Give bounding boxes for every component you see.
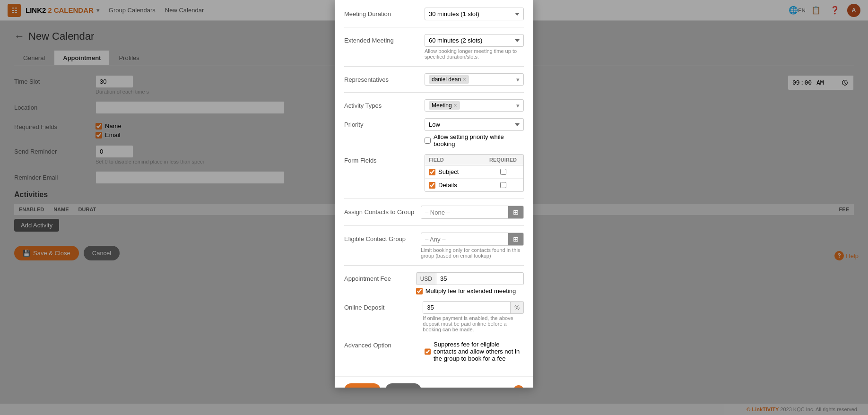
- form-fields-row: Form Fields FIELD REQUIRED Subject: [344, 154, 524, 192]
- deposit-hint: If online payment is enabled, the above …: [423, 315, 524, 332]
- deposit-input-row: %: [423, 301, 524, 314]
- priority-select[interactable]: Low: [425, 118, 524, 131]
- modal-overlay: Meeting Duration 30 minutes (1 slot) Ext…: [0, 0, 868, 415]
- eligible-group-value: ⊞ Limit booking only for contacts found …: [421, 233, 524, 259]
- fee-currency: USD: [417, 273, 436, 285]
- divider-1: [344, 27, 524, 27]
- meeting-duration-row: Meeting Duration 30 minutes (1 slot): [344, 8, 524, 20]
- extended-meeting-row: Extended Meeting 60 minutes (2 slots) Al…: [344, 34, 524, 60]
- assign-contacts-label: Assign Contacts to Group: [344, 206, 416, 216]
- priority-value: Low Allow setting priority while booking: [425, 118, 524, 147]
- divider-2: [344, 66, 524, 67]
- advanced-option-label: Advanced Option: [344, 339, 420, 349]
- priority-row: Priority Low Allow setting priority whil…: [344, 118, 524, 147]
- assign-contacts-row: Assign Contacts to Group ⊞: [344, 206, 524, 219]
- details-checkbox[interactable]: [429, 182, 435, 189]
- divider-6: [344, 265, 524, 266]
- eligible-group-row: Eligible Contact Group ⊞ Limit booking o…: [344, 233, 524, 259]
- col-required-header: REQUIRED: [486, 157, 520, 163]
- meeting-duration-select[interactable]: 30 minutes (1 slot): [425, 8, 524, 20]
- representative-tag: daniel dean ×: [429, 75, 469, 84]
- deposit-input[interactable]: [423, 302, 510, 313]
- form-fields-value: FIELD REQUIRED Subject: [425, 154, 524, 192]
- online-deposit-label: Online Deposit: [344, 301, 418, 311]
- representatives-label: Representatives: [344, 73, 420, 83]
- assign-contacts-input[interactable]: [421, 207, 508, 218]
- eligible-group-input[interactable]: [421, 233, 508, 245]
- representatives-dropdown-icon[interactable]: ▾: [516, 76, 520, 83]
- priority-allow-checkbox[interactable]: [425, 138, 431, 144]
- fee-input-row: USD: [416, 272, 524, 285]
- online-deposit-row: Online Deposit % If online payment is en…: [344, 301, 524, 332]
- representatives-row: Representatives daniel dean × ▾: [344, 73, 524, 86]
- eligible-group-label: Eligible Contact Group: [344, 233, 416, 242]
- modal-help-icon[interactable]: ?: [513, 385, 524, 388]
- advanced-option-text: Suppress fee for eligible contacts and a…: [434, 341, 524, 362]
- eligible-group-hint: Limit booking only for contacts found in…: [421, 247, 524, 259]
- extended-meeting-label: Extended Meeting: [344, 34, 420, 44]
- form-fields-label: Form Fields: [344, 154, 420, 164]
- activity-types-value: Meeting × ▾: [425, 99, 524, 112]
- divider-5: [344, 225, 524, 226]
- appointment-fee-label: Appointment Fee: [344, 272, 411, 282]
- priority-allow-row: Allow setting priority while booking: [425, 133, 524, 147]
- advanced-option-checkbox[interactable]: [425, 348, 431, 355]
- activity-types-label: Activity Types: [344, 99, 420, 109]
- priority-allow-label: Allow setting priority while booking: [434, 133, 524, 147]
- appointment-fee-value: USD Multiply fee for extended meeting: [416, 272, 524, 294]
- eligible-group-btn[interactable]: ⊞: [508, 233, 523, 245]
- advanced-option-checkbox-row: Suppress fee for eligible contacts and a…: [425, 341, 524, 362]
- fee-amount-input[interactable]: [436, 273, 523, 285]
- form-fields-table: FIELD REQUIRED Subject: [425, 154, 524, 192]
- form-fields-header: FIELD REQUIRED: [425, 155, 523, 165]
- details-label: Details: [438, 182, 457, 189]
- form-field-details-row: Details: [425, 179, 523, 191]
- representatives-value: daniel dean × ▾: [425, 73, 524, 86]
- divider-3: [344, 92, 524, 93]
- priority-label: Priority: [344, 118, 420, 128]
- advanced-option-value: Suppress fee for eligible contacts and a…: [425, 339, 524, 362]
- eligible-group-input-row: ⊞: [421, 233, 524, 246]
- multiply-fee-checkbox[interactable]: [416, 288, 423, 294]
- form-field-subject-row: Subject: [425, 165, 523, 179]
- details-required-checkbox[interactable]: [500, 182, 506, 188]
- meeting-duration-label: Meeting Duration: [344, 8, 420, 17]
- deposit-percent-icon: %: [510, 302, 523, 313]
- online-deposit-value: % If online payment is enabled, the abov…: [423, 301, 524, 332]
- extended-meeting-value: 60 minutes (2 slots) Allow booking longe…: [425, 34, 524, 60]
- extended-meeting-select[interactable]: 60 minutes (2 slots): [425, 34, 524, 47]
- representatives-tag-input[interactable]: daniel dean × ▾: [425, 73, 524, 86]
- appointment-fee-row: Appointment Fee USD Multiply fee for ext…: [344, 272, 524, 294]
- modal-dialog: Meeting Duration 30 minutes (1 slot) Ext…: [335, 0, 533, 388]
- subject-label: Subject: [438, 168, 459, 175]
- assign-contacts-input-row: ⊞: [421, 206, 524, 219]
- activity-types-dropdown-icon[interactable]: ▾: [516, 102, 520, 109]
- meeting-duration-value: 30 minutes (1 slot): [425, 8, 524, 20]
- activity-type-tag: Meeting ×: [429, 101, 460, 110]
- modal-footer: Apply Cancel ?: [335, 376, 533, 388]
- remove-representative-icon[interactable]: ×: [463, 76, 466, 83]
- modal-body: Meeting Duration 30 minutes (1 slot) Ext…: [335, 0, 533, 376]
- modal-cancel-button[interactable]: Cancel: [385, 383, 421, 388]
- activity-types-tag-input[interactable]: Meeting × ▾: [425, 99, 524, 112]
- divider-4: [344, 199, 524, 199]
- assign-contacts-value: ⊞: [421, 206, 524, 219]
- extended-meeting-hint: Allow booking longer meeting time up to …: [425, 48, 524, 60]
- remove-activity-type-icon[interactable]: ×: [454, 102, 457, 109]
- advanced-option-row: Advanced Option Suppress fee for eligibl…: [344, 339, 524, 362]
- subject-checkbox[interactable]: [429, 169, 435, 175]
- assign-contacts-btn[interactable]: ⊞: [508, 206, 523, 218]
- activity-types-row: Activity Types Meeting × ▾: [344, 99, 524, 112]
- apply-button[interactable]: Apply: [344, 383, 381, 388]
- subject-required-checkbox[interactable]: [500, 169, 506, 175]
- multiply-fee-row: Multiply fee for extended meeting: [416, 287, 524, 294]
- multiply-fee-label: Multiply fee for extended meeting: [425, 287, 516, 294]
- col-field-header: FIELD: [429, 157, 486, 163]
